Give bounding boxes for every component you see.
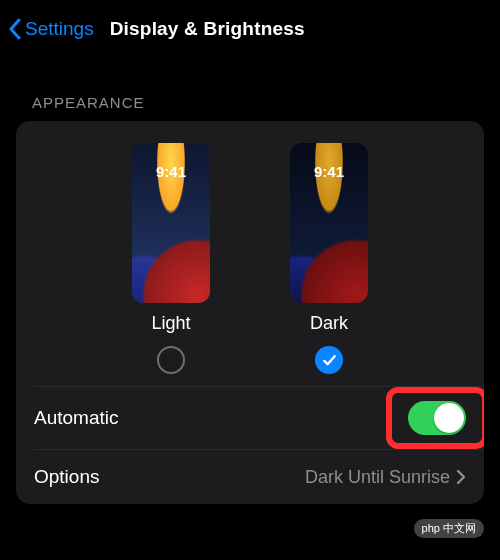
watermark-badge: php 中文网 bbox=[414, 519, 484, 538]
options-label: Options bbox=[34, 466, 99, 488]
preview-widgets bbox=[300, 198, 358, 248]
dark-mode-preview: 9:41 bbox=[290, 143, 368, 303]
dark-radio[interactable] bbox=[315, 346, 343, 374]
preview-time: 9:41 bbox=[290, 163, 368, 180]
chevron-right-icon bbox=[456, 469, 466, 485]
appearance-option-light[interactable]: 9:41 Light bbox=[132, 143, 210, 374]
checkmark-icon bbox=[322, 353, 337, 368]
light-label: Light bbox=[151, 313, 190, 334]
preview-widgets bbox=[142, 198, 200, 248]
back-label: Settings bbox=[25, 18, 94, 40]
automatic-row: Automatic bbox=[16, 387, 484, 449]
options-detail-text: Dark Until Sunrise bbox=[305, 467, 450, 488]
appearance-row: 9:41 Light 9:41 Dark bbox=[16, 121, 484, 386]
chevron-left-icon bbox=[8, 18, 22, 40]
dark-label: Dark bbox=[310, 313, 348, 334]
appearance-option-dark[interactable]: 9:41 Dark bbox=[290, 143, 368, 374]
light-radio[interactable] bbox=[157, 346, 185, 374]
automatic-label: Automatic bbox=[34, 407, 118, 429]
back-button[interactable]: Settings bbox=[8, 18, 94, 40]
preview-time: 9:41 bbox=[132, 163, 210, 180]
options-detail: Dark Until Sunrise bbox=[305, 467, 466, 488]
appearance-card: 9:41 Light 9:41 Dark bbox=[16, 121, 484, 504]
navigation-bar: Settings Display & Brightness bbox=[0, 0, 500, 54]
page-title: Display & Brightness bbox=[110, 18, 305, 40]
automatic-toggle[interactable] bbox=[408, 401, 466, 435]
light-mode-preview: 9:41 bbox=[132, 143, 210, 303]
options-row[interactable]: Options Dark Until Sunrise bbox=[16, 450, 484, 504]
appearance-section-header: APPEARANCE bbox=[0, 54, 500, 121]
toggle-knob bbox=[434, 403, 464, 433]
